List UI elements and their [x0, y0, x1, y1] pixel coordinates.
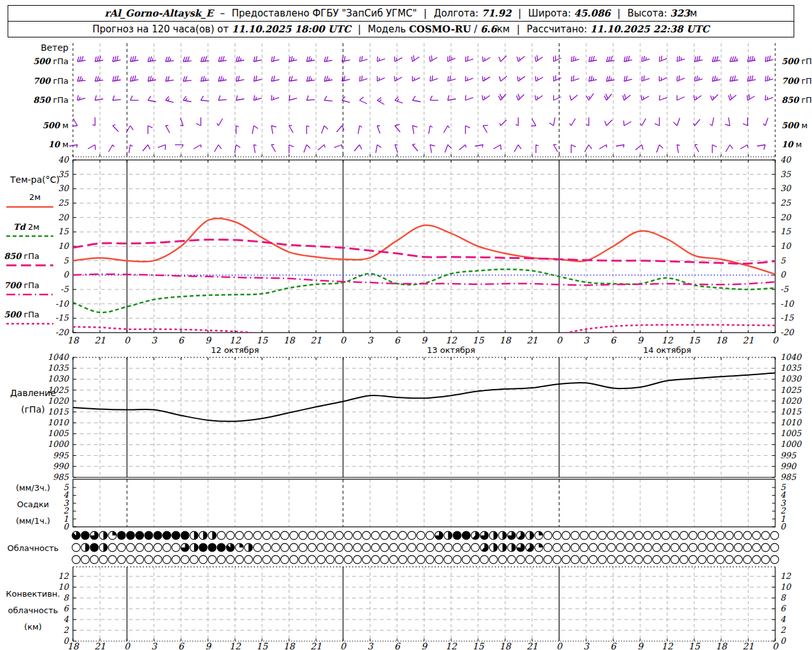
- cloud-circle: [290, 555, 298, 564]
- cloud-circle: [163, 555, 171, 564]
- cloud-circle: [281, 531, 289, 540]
- cloud-circle: [644, 531, 652, 540]
- cloud-circle: [299, 555, 307, 564]
- hour-label-bottom: 0: [556, 641, 563, 650]
- temp-tick-left: 30: [58, 183, 69, 193]
- cloud-circle: [145, 531, 153, 540]
- cloud-circle: [172, 543, 180, 552]
- legend-label-850 гПа: 850 гПа: [4, 251, 39, 261]
- cloud-circle: [417, 555, 425, 564]
- hour-label: 12: [445, 335, 457, 345]
- hour-label-bottom: 9: [638, 641, 644, 650]
- cloud-circle: [126, 555, 134, 564]
- temp-tick-left: 20: [58, 213, 69, 222]
- cloud-circle: [725, 543, 733, 552]
- cloud-circle: [272, 543, 280, 552]
- cloud-circle: [217, 543, 225, 552]
- temp-panel-title: Тем-ра(°C): [10, 175, 60, 185]
- cloud-circle: [299, 531, 307, 540]
- hour-label-bottom: 18: [716, 641, 728, 650]
- cloud-circle: [453, 531, 461, 540]
- cloud-circle: [653, 531, 661, 540]
- hour-label: 0: [340, 335, 346, 345]
- cloud-circle: [281, 543, 289, 552]
- conv-tick-right: 6: [780, 604, 787, 613]
- cloud-circle: [617, 555, 625, 564]
- cloud-circle: [117, 555, 126, 564]
- hour-label: 12: [230, 335, 242, 345]
- cloud-circle: [516, 555, 525, 564]
- cloud-circle: [335, 543, 343, 552]
- cloud-circle: [326, 543, 334, 552]
- hour-label: 6: [394, 335, 400, 345]
- cloud-circle: [290, 531, 298, 540]
- cloud-circle: [571, 543, 579, 552]
- hour-label-bottom: 0: [124, 641, 131, 650]
- conv-tick-right: 10: [780, 582, 792, 592]
- cloud-circle: [453, 543, 461, 552]
- panel-cloudiness: [72, 531, 779, 564]
- pressure-tick-right: 1000: [780, 439, 802, 449]
- cloud-circle: [735, 543, 743, 552]
- cloud-circle: [126, 531, 134, 540]
- pressure-tick-left: 1015: [48, 407, 69, 416]
- hour-label: 3: [151, 335, 157, 345]
- pressure-panel-unit: (гПа): [21, 404, 44, 415]
- pressure-tick-left: 985: [53, 472, 69, 482]
- pressure-tick-right: 995: [780, 451, 797, 460]
- cloud-circle: [625, 543, 634, 552]
- cloud-circle: [372, 555, 380, 564]
- hour-label-bottom: 15: [688, 641, 700, 650]
- temp-tick-left: 35: [58, 169, 69, 179]
- panel-temperature: 40403535303025252020151510105500-5-5-10-…: [55, 155, 795, 337]
- cloud-circle: [716, 555, 724, 564]
- pressure-tick-left: 1035: [48, 363, 69, 373]
- cloud-circle: [771, 543, 779, 552]
- cloud-circle: [108, 543, 117, 552]
- cloud-circle: [217, 531, 225, 540]
- cloud-circle: [580, 531, 588, 540]
- hour-label-bottom: 18: [499, 641, 511, 650]
- cloud-circle: [743, 543, 752, 552]
- wind-level-label-right: 10 м: [782, 140, 802, 149]
- cloud-circle: [181, 555, 189, 564]
- cloud-circle: [462, 543, 471, 552]
- wind-level-label-right: 850 гПа: [782, 95, 812, 105]
- cloud-circle: [81, 531, 89, 540]
- wind-level-label-left: 700 гПа: [33, 76, 69, 86]
- hour-label: 0: [773, 335, 779, 345]
- cloud-circle: [598, 543, 606, 552]
- cloud-circle: [117, 531, 126, 540]
- cloud-circle: [553, 555, 561, 564]
- pressure-tick-right: 1030: [780, 374, 802, 383]
- wind-barb-row: [77, 76, 773, 81]
- cloud-circle: [317, 555, 325, 564]
- cloud-circle: [462, 531, 471, 540]
- precip-unit-3h: (мм/3ч.): [16, 483, 50, 493]
- cloud-circle: [81, 555, 89, 564]
- hour-label: 21: [527, 335, 538, 345]
- hour-label-bottom: 12: [230, 641, 242, 650]
- cloud-circle: [145, 543, 153, 552]
- cloud-circle: [308, 543, 316, 552]
- cloud-row: [72, 531, 779, 540]
- cloud-circle: [108, 555, 117, 564]
- cloud-circle: [725, 531, 733, 540]
- pressure-tick-left: 1030: [48, 374, 70, 383]
- cloud-circle: [644, 543, 652, 552]
- hour-label-bottom: 12: [662, 641, 674, 650]
- temp-tick-left: 15: [58, 227, 69, 236]
- conv-panel-title2: облачность: [8, 606, 58, 615]
- cloud-circle: [716, 531, 724, 540]
- temp-tick-right: 5: [780, 256, 786, 265]
- cloud-circle: [362, 531, 370, 540]
- wind-level-label-left: 500 м: [43, 121, 69, 130]
- hour-label: 15: [688, 335, 700, 345]
- hour-label-bottom: 21: [95, 641, 106, 650]
- hour-label-bottom: 9: [205, 641, 211, 650]
- cloud-circle: [154, 543, 162, 552]
- cloud-circle: [244, 555, 252, 564]
- cloud-circle: [662, 531, 670, 540]
- cloud-circle: [671, 531, 679, 540]
- wind-panel-title: Ветер: [41, 43, 69, 53]
